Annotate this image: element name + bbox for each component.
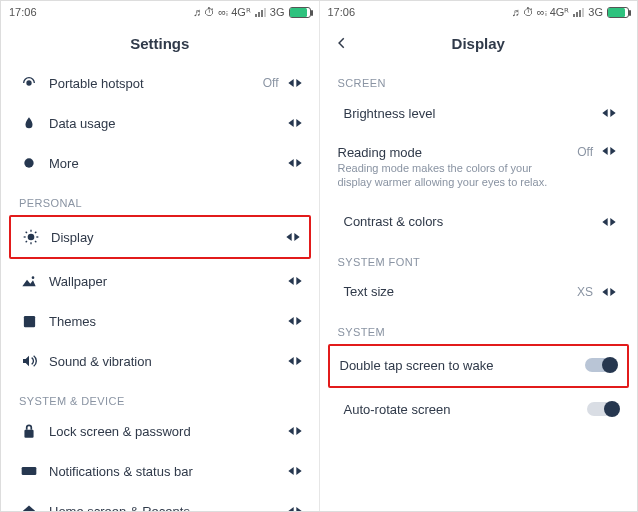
item-reading-mode[interactable]: Reading mode Reading mode makes the colo…	[320, 133, 638, 202]
settings-list[interactable]: Portable hotspot Off Data usage	[1, 63, 319, 511]
status-bar: 17:06 ♬ ⏱ ∞ᵢ 4Gᴿ 3G	[320, 1, 638, 23]
item-label: Portable hotspot	[43, 76, 263, 91]
chevron-right-icon	[283, 231, 303, 243]
themes-icon	[15, 314, 43, 329]
item-label: Reading mode	[338, 145, 578, 160]
item-display[interactable]: Display	[11, 217, 309, 257]
chevron-right-icon	[285, 315, 305, 327]
phone-display: 17:06 ♬ ⏱ ∞ᵢ 4Gᴿ 3G Display SCREEN Brigh…	[319, 1, 638, 511]
status-misc-icons: ♬ ⏱ ∞ᵢ 4Gᴿ	[193, 7, 251, 18]
item-contrast-colors[interactable]: Contrast & colors	[320, 202, 638, 242]
item-label: Notifications & status bar	[43, 464, 285, 479]
notifications-icon	[15, 465, 43, 477]
signal-bars-icon	[255, 7, 266, 17]
section-screen: SCREEN	[320, 63, 638, 93]
svg-line-9	[26, 241, 27, 242]
item-label: Contrast & colors	[338, 214, 600, 229]
chevron-right-icon	[599, 286, 619, 298]
svg-point-2	[28, 234, 35, 241]
highlight-double-tap: Double tap screen to wake	[328, 344, 630, 388]
status-misc-icons: ♬ ⏱ ∞ᵢ 4Gᴿ	[511, 7, 569, 18]
item-label: Sound & vibration	[43, 354, 285, 369]
item-portable-hotspot[interactable]: Portable hotspot Off	[1, 63, 319, 103]
highlight-display: Display	[9, 215, 311, 259]
chevron-right-icon	[285, 505, 305, 511]
chevron-right-icon	[285, 117, 305, 129]
section-personal: PERSONAL	[1, 183, 319, 213]
item-notifications[interactable]: Notifications & status bar	[1, 451, 319, 491]
item-auto-rotate[interactable]: Auto-rotate screen	[320, 390, 638, 430]
item-label: Wallpaper	[43, 274, 285, 289]
battery-icon	[289, 7, 311, 18]
chevron-right-icon	[285, 355, 305, 367]
status-icons: ♬ ⏱ ∞ᵢ 4Gᴿ 3G	[511, 7, 629, 18]
network-label: 3G	[588, 7, 603, 18]
sound-icon	[15, 354, 43, 368]
svg-line-8	[35, 241, 36, 242]
network-label: 3G	[270, 7, 285, 18]
wallpaper-icon	[15, 274, 43, 288]
item-label: Brightness level	[338, 106, 600, 121]
toggle-auto-rotate[interactable]	[587, 402, 619, 418]
item-double-tap-to-wake[interactable]: Double tap screen to wake	[330, 346, 628, 386]
item-label: Themes	[43, 314, 285, 329]
chevron-right-icon	[285, 77, 305, 89]
item-value: Off	[577, 145, 593, 159]
svg-line-10	[35, 232, 36, 233]
chevron-right-icon	[599, 107, 619, 119]
hotspot-icon	[15, 75, 43, 91]
item-wallpaper[interactable]: Wallpaper	[1, 261, 319, 301]
chevron-right-icon	[285, 465, 305, 477]
toggle-double-tap[interactable]	[585, 358, 617, 374]
signal-bars-icon	[573, 7, 584, 17]
item-label: Text size	[338, 284, 577, 299]
svg-rect-14	[22, 467, 37, 475]
svg-rect-12	[23, 315, 34, 326]
back-button[interactable]	[330, 31, 354, 55]
item-label: Home screen & Recents	[43, 504, 285, 512]
chevron-right-icon	[599, 216, 619, 228]
svg-point-11	[32, 276, 35, 279]
item-label: Double tap screen to wake	[340, 358, 586, 373]
svg-point-0	[27, 81, 31, 85]
status-icons: ♬ ⏱ ∞ᵢ 4Gᴿ 3G	[193, 7, 311, 18]
status-time: 17:06	[9, 6, 37, 18]
svg-point-1	[24, 158, 33, 167]
chevron-right-icon	[285, 157, 305, 169]
dual-phone-frame: 17:06 ♬ ⏱ ∞ᵢ 4Gᴿ 3G Settings Portable ho…	[0, 0, 638, 512]
phone-settings: 17:06 ♬ ⏱ ∞ᵢ 4Gᴿ 3G Settings Portable ho…	[1, 1, 319, 511]
display-list[interactable]: SCREEN Brightness level Reading mode Rea…	[320, 63, 638, 511]
battery-icon	[607, 7, 629, 18]
item-data-usage[interactable]: Data usage	[1, 103, 319, 143]
item-value: XS	[577, 285, 593, 299]
more-icon	[15, 155, 43, 171]
display-icon	[17, 229, 45, 245]
status-bar: 17:06 ♬ ⏱ ∞ᵢ 4Gᴿ 3G	[1, 1, 319, 23]
item-lock-screen[interactable]: Lock screen & password	[1, 411, 319, 451]
section-system-font: SYSTEM FONT	[320, 242, 638, 272]
item-label: Display	[45, 230, 283, 245]
item-label: Lock screen & password	[43, 424, 285, 439]
chevron-right-icon	[285, 425, 305, 437]
item-sound-vibration[interactable]: Sound & vibration	[1, 341, 319, 381]
item-more[interactable]: More	[1, 143, 319, 183]
status-time: 17:06	[328, 6, 356, 18]
page-title: Display	[452, 35, 505, 52]
svg-line-7	[26, 232, 27, 233]
item-label: Auto-rotate screen	[338, 402, 588, 417]
chevron-right-icon	[285, 275, 305, 287]
item-home-recents[interactable]: Home screen & Recents	[1, 491, 319, 511]
section-system: SYSTEM	[320, 312, 638, 342]
page-title: Settings	[130, 35, 189, 52]
svg-rect-13	[24, 430, 33, 438]
item-label: Data usage	[43, 116, 285, 131]
lock-icon	[15, 423, 43, 439]
item-brightness[interactable]: Brightness level	[320, 93, 638, 133]
header-settings: Settings	[1, 23, 319, 63]
item-label: More	[43, 156, 285, 171]
chevron-right-icon	[599, 145, 619, 157]
item-text-size[interactable]: Text size XS	[320, 272, 638, 312]
item-subtext: Reading mode makes the colors of your di…	[338, 161, 558, 190]
header-display: Display	[320, 23, 638, 63]
item-themes[interactable]: Themes	[1, 301, 319, 341]
